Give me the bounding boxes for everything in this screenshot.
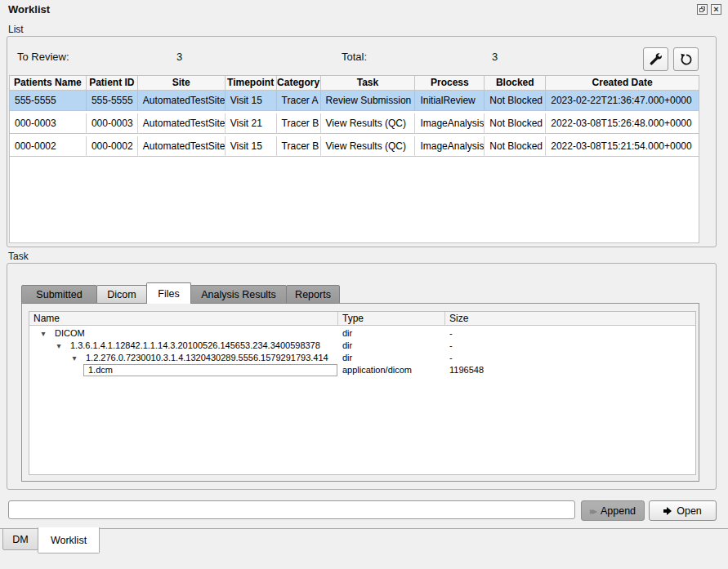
cell-process: ImageAnalysis — [415, 136, 485, 157]
file-type: application/dicom — [338, 364, 445, 376]
file-tree: ▾ DICOM dir - ▾ 1.3.6.1.4.1.12842.1.1.14… — [29, 326, 695, 376]
column-header[interactable]: Category — [277, 76, 321, 90]
window-controls: × — [697, 4, 721, 15]
tree-row[interactable]: ▾ DICOM dir - — [29, 327, 695, 340]
chevron-down-icon[interactable]: ▾ — [69, 352, 79, 364]
task-groupbox: Submitted Dicom Files Analysis Results R… — [7, 263, 717, 490]
files-table-header: Name Type Size — [29, 312, 695, 326]
files-table: Name Type Size ▾ DICOM dir - ▾ 1.3.6.1.4… — [29, 311, 696, 475]
close-icon: × — [713, 5, 718, 14]
list-section-label: List — [8, 24, 24, 35]
column-header-size[interactable]: Size — [445, 312, 695, 325]
cell-timepoint: Visit 15 — [226, 136, 277, 157]
open-button[interactable]: Open — [649, 500, 717, 521]
path-input[interactable] — [8, 500, 575, 519]
file-name: DICOM — [48, 327, 85, 340]
cell-site: AutomatedTestSite — [138, 113, 226, 134]
cell-patients-name: 555-5555 — [10, 91, 87, 111]
cell-site: AutomatedTestSite — [138, 136, 226, 157]
file-name: 1.3.6.1.4.1.12842.1.1.14.3.20100526.1456… — [64, 340, 320, 352]
tab-files[interactable]: Files — [146, 282, 191, 304]
column-header-type[interactable]: Type — [338, 312, 445, 325]
tab-dicom[interactable]: Dicom — [96, 285, 147, 304]
column-header-name[interactable]: Name — [29, 312, 338, 325]
cell-task: Review Submission — [321, 91, 416, 111]
cell-created-date: 2023-02-22T21:36:47.000+0000 — [546, 91, 699, 111]
file-type: dir — [338, 352, 445, 364]
column-header[interactable]: Blocked — [485, 76, 546, 90]
tree-row[interactable]: ▾ 1.3.6.1.4.1.12842.1.1.14.3.20100526.14… — [29, 340, 695, 352]
column-header[interactable]: Site — [138, 76, 226, 90]
file-type: dir — [338, 340, 445, 352]
tab-submitted[interactable]: Submitted — [21, 285, 97, 304]
task-tabbar: Submitted Dicom Files Analysis Results R… — [21, 283, 339, 304]
cell-patients-name: 000-0002 — [10, 136, 87, 157]
column-header[interactable]: Process — [415, 76, 485, 90]
list-groupbox: To Review: 3 Total: 3 Patients Name Pati… — [7, 36, 717, 247]
append-button-label: Append — [601, 505, 636, 517]
cell-task: View Results (QC) — [321, 113, 416, 134]
to-review-value: 3 — [176, 51, 182, 63]
file-name: 1.2.276.0.7230010.3.1.4.1320430289.5556.… — [79, 352, 328, 364]
cell-process: InitialReview — [415, 91, 485, 111]
column-header[interactable]: Patient ID — [87, 76, 138, 90]
cell-created-date: 2022-03-08T15:21:54.000+0000 — [546, 136, 699, 157]
cell-category: Tracer B — [277, 113, 321, 134]
cell-patient-id: 555-5555 — [87, 91, 138, 111]
tree-row-focused[interactable]: 1.dcm application/dicom 1196548 — [29, 364, 695, 376]
file-type: dir — [338, 327, 445, 340]
cell-process: ImageAnalysis — [415, 113, 485, 134]
cell-patient-id: 000-0002 — [87, 136, 138, 157]
file-size: - — [445, 340, 695, 352]
window-title: Worklist — [8, 3, 50, 16]
worklist-table: Patients Name Patient ID Site Timepoint … — [9, 75, 699, 243]
file-size: - — [445, 327, 695, 340]
tab-worklist[interactable]: Worklist — [38, 527, 100, 553]
append-button[interactable]: ▸▸ Append — [581, 500, 645, 521]
to-review-label: To Review: — [17, 51, 69, 63]
cell-category: Tracer A — [277, 91, 321, 111]
tab-reports[interactable]: Reports — [286, 285, 340, 304]
cell-patient-id: 000-0003 — [87, 113, 138, 134]
close-window-button[interactable]: × — [711, 4, 721, 15]
cell-timepoint: Visit 21 — [226, 113, 277, 134]
table-row[interactable]: 555-5555 555-5555 AutomatedTestSite Visi… — [10, 91, 699, 111]
tree-row[interactable]: ▾ 1.2.276.0.7230010.3.1.4.1320430289.555… — [29, 352, 695, 364]
total-label: Total: — [342, 51, 367, 63]
task-section-label: Task — [8, 251, 29, 262]
file-name: 1.dcm — [84, 364, 113, 376]
chevron-down-icon[interactable]: ▾ — [38, 327, 48, 340]
total-value: 3 — [492, 51, 498, 63]
refresh-icon — [679, 52, 694, 67]
table-row[interactable]: 000-0002 000-0002 AutomatedTestSite Visi… — [10, 136, 699, 157]
cell-patients-name: 000-0003 — [10, 113, 87, 134]
refresh-button[interactable] — [673, 47, 699, 71]
column-header[interactable]: Timepoint — [226, 76, 277, 90]
tab-dm[interactable]: DM — [2, 528, 38, 550]
chevron-down-icon[interactable]: ▾ — [54, 340, 64, 352]
cell-blocked: Not Blocked — [485, 136, 546, 157]
worklist-table-header: Patients Name Patient ID Site Timepoint … — [10, 76, 699, 91]
double-right-arrow-icon: ▸▸ — [590, 505, 595, 517]
focused-file-cell[interactable]: 1.dcm — [83, 364, 337, 376]
file-size: - — [445, 352, 695, 364]
cell-created-date: 2022-03-08T15:26:48.000+0000 — [546, 113, 699, 134]
tab-analysis-results[interactable]: Analysis Results — [190, 285, 287, 304]
files-tab-pane: Name Type Size ▾ DICOM dir - ▾ 1.3.6.1.4… — [21, 303, 699, 482]
settings-button[interactable] — [643, 47, 668, 71]
cell-blocked: Not Blocked — [485, 91, 546, 111]
table-row[interactable]: 000-0003 000-0003 AutomatedTestSite Visi… — [10, 113, 699, 134]
right-arrow-icon — [663, 507, 672, 515]
file-size: 1196548 — [445, 364, 695, 376]
open-button-label: Open — [677, 505, 702, 517]
bottom-tabbar-divider — [0, 528, 728, 529]
wrench-icon — [649, 52, 663, 66]
cell-blocked: Not Blocked — [485, 113, 546, 134]
float-window-button[interactable] — [697, 4, 708, 15]
column-header[interactable]: Task — [321, 76, 416, 90]
column-header[interactable]: Patients Name — [10, 76, 87, 90]
cell-timepoint: Visit 15 — [226, 91, 277, 111]
cell-task: View Results (QC) — [321, 136, 416, 157]
column-header[interactable]: Created Date — [546, 76, 699, 90]
cell-site: AutomatedTestSite — [138, 91, 226, 111]
